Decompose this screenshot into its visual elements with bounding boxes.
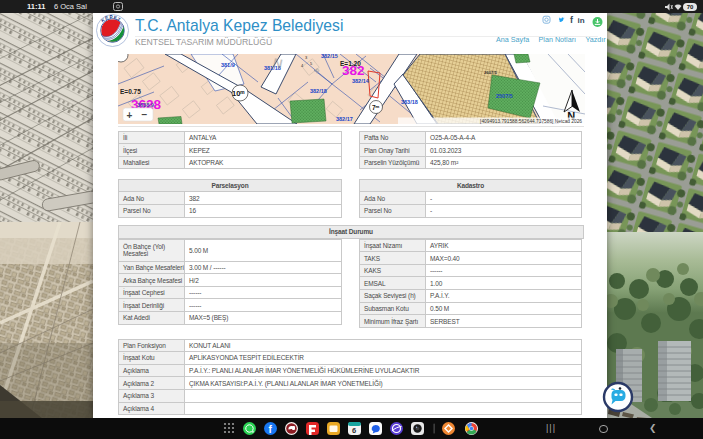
svg-text:382/14: 382/14 — [352, 78, 370, 84]
svg-text:in: in — [578, 16, 585, 25]
svg-text:382: 382 — [342, 63, 365, 78]
svg-text:382/18: 382/18 — [310, 88, 327, 94]
svg-text:[4094913.791588:562644.717586]: [4094913.791588:562644.717586] Netcad 20… — [480, 119, 582, 124]
svg-text:2507/5: 2507/5 — [496, 93, 513, 99]
svg-text:382/17: 382/17 — [336, 116, 353, 122]
svg-text:P: P — [109, 15, 112, 20]
svg-text:381/9: 381/9 — [221, 62, 235, 68]
svg-text:382/15: 382/15 — [321, 54, 338, 59]
svg-text:+: + — [127, 110, 133, 121]
svg-text:383/18: 383/18 — [401, 99, 418, 105]
svg-text:6: 6 — [352, 426, 356, 435]
svg-text:3638.9: 3638.9 — [137, 102, 154, 108]
svg-text:E=0.75: E=0.75 — [120, 88, 141, 95]
svg-text:f: f — [570, 15, 574, 25]
svg-text:2607/5: 2607/5 — [484, 70, 497, 75]
svg-text:10ᵐ: 10ᵐ — [232, 89, 245, 98]
svg-text:−: − — [142, 109, 148, 120]
svg-text:7ᵐ: 7ᵐ — [372, 104, 380, 111]
